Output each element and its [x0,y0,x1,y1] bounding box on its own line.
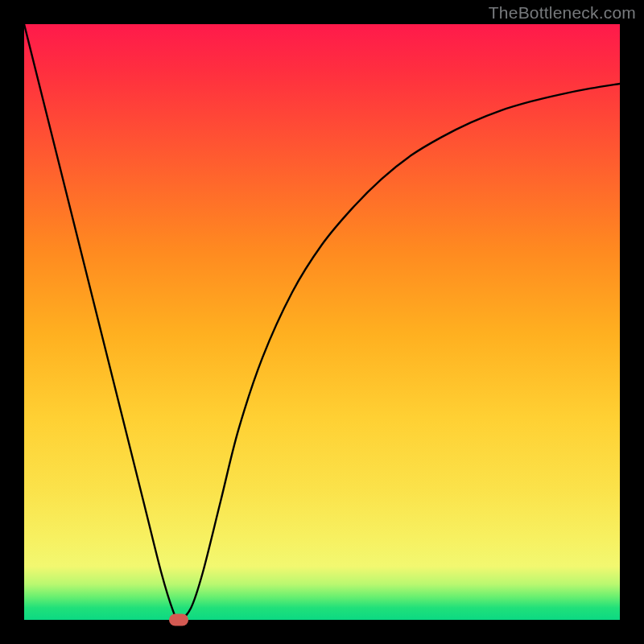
watermark-text: TheBottleneck.com [489,3,636,23]
bottleneck-curve [24,24,620,620]
min-point-marker [169,614,188,626]
curve-svg [24,24,620,620]
chart-frame: TheBottleneck.com [0,0,644,644]
plot-area [24,24,620,620]
